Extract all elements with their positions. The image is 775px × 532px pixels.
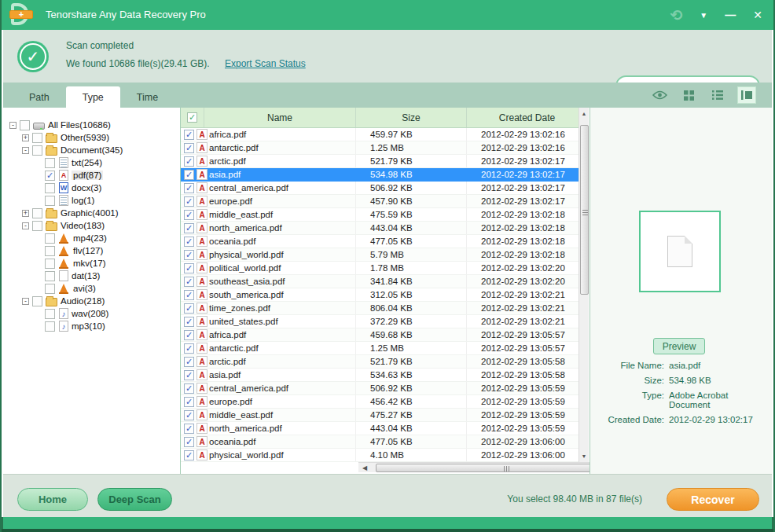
tree-item-label[interactable]: log(1) [72,196,94,205]
file-name[interactable]: southeast_asia.pdf [209,277,285,286]
file-name[interactable]: physical_world.pdf [209,450,284,460]
tree-item-all-files[interactable]: -All Files(10686) [3,119,180,131]
thumbnail-view-icon[interactable] [679,86,698,104]
file-name[interactable]: time_zones.pdf [209,303,270,313]
tree-item-dat[interactable]: dat(13) [3,270,180,282]
vertical-scroll-thumb[interactable] [580,125,589,295]
tree-item-label[interactable]: flv(127) [73,246,103,255]
home-button[interactable]: Home [17,488,88,511]
row-checkbox[interactable]: ✓ [184,277,194,287]
table-row[interactable]: ✓Aafrica.pdf459.97 KB2012-02-29 13:02:16 [181,128,578,141]
tree-item-label[interactable]: wav(208) [72,309,108,318]
file-name[interactable]: oceania.pdf [209,437,255,446]
tree-checkbox[interactable] [32,221,42,231]
table-row[interactable]: ✓Amiddle_east.pdf475.27 KB2012-02-29 13:… [181,409,578,422]
column-header-created-date[interactable]: Created Date [467,108,587,127]
tree-checkbox[interactable] [45,196,55,206]
tree-item-label[interactable]: avi(3) [73,284,96,293]
tree-item-label[interactable]: docx(3) [72,183,101,193]
tree-item-document[interactable]: -Document(345) [3,144,180,156]
tree-item-audio[interactable]: -Audio(218) [3,295,180,307]
tree-item-mp4[interactable]: mp4(23) [3,232,180,244]
table-row[interactable]: ✓Acentral_america.pdf506.92 KB2012-02-29… [181,382,578,395]
table-row[interactable]: ✓Aeurope.pdf456.42 KB2012-02-29 13:05:59 [181,395,578,409]
file-name[interactable]: central_america.pdf [209,183,288,193]
tree-checkbox[interactable] [45,233,55,244]
table-row[interactable]: ✓Atime_zones.pdf806.04 KB2012-02-29 13:0… [181,302,578,315]
row-checkbox[interactable]: ✓ [184,170,194,180]
tree-item-other[interactable]: +Other(5939) [3,131,180,144]
file-name[interactable]: europe.pdf [209,196,252,206]
row-checkbox[interactable]: ✓ [184,450,194,460]
file-name[interactable]: central_america.pdf [209,383,288,393]
preview-button[interactable]: Preview [653,338,705,354]
row-checkbox[interactable]: ✓ [184,290,194,300]
table-row[interactable]: ✓Aphysical_world.pdf5.79 MB2012-02-29 13… [181,248,578,262]
tree-checkbox[interactable] [45,271,55,281]
tree-checkbox[interactable] [45,259,55,269]
tree-checkbox[interactable] [32,133,42,143]
file-name[interactable]: united_states.pdf [209,317,278,326]
tree-item-label[interactable]: txt(254) [72,158,102,167]
table-row[interactable]: ✓Aantarctic.pdf1.25 MB2012-02-29 13:02:1… [181,141,578,155]
tree-item-label[interactable]: Other(5939) [61,133,109,142]
row-checkbox[interactable]: ✓ [184,343,194,354]
expand-icon[interactable]: + [22,134,29,141]
tree-checkbox[interactable] [20,120,30,130]
file-name[interactable]: antarctic.pdf [209,343,259,353]
expand-icon[interactable]: + [22,210,29,217]
tree-item-mp3[interactable]: ♪mp3(10) [3,320,180,332]
row-checkbox[interactable]: ✓ [184,196,194,207]
tree-item-label[interactable]: pdf(87) [72,171,103,180]
collapse-icon[interactable]: - [22,222,29,229]
table-row[interactable]: ✓Aoceania.pdf477.05 KB2012-02-29 13:02:1… [181,235,578,248]
list-view-icon[interactable] [708,86,727,104]
file-name[interactable]: asia.pdf [209,170,241,179]
tree-item-mkv[interactable]: mkv(17) [3,257,180,270]
table-row[interactable]: ✓Aasia.pdf534.63 KB2012-02-29 13:05:58 [181,369,578,382]
file-name[interactable]: africa.pdf [209,130,246,139]
table-row[interactable]: ✓Aphysical_world.pdf4.10 MB2012-02-29 13… [181,449,578,462]
tree-checkbox[interactable] [45,183,55,193]
tree-item-label[interactable]: mp4(23) [73,233,107,243]
row-checkbox[interactable]: ✓ [184,250,194,260]
table-row[interactable]: ✓Apolitical_world.pdf1.78 MB2012-02-29 1… [181,262,578,275]
row-checkbox[interactable]: ✓ [184,237,194,247]
row-checkbox[interactable]: ✓ [184,397,194,407]
row-checkbox[interactable]: ✓ [184,156,194,167]
row-checkbox[interactable]: ✓ [184,370,194,380]
tree-item-wav[interactable]: ♪wav(208) [3,307,180,320]
detail-view-icon[interactable] [737,86,756,104]
tree-checkbox[interactable] [45,321,55,332]
export-scan-status-link[interactable]: Export Scan Status [225,58,306,69]
file-name[interactable]: physical_world.pdf [209,250,284,259]
collapse-icon[interactable]: - [9,122,17,129]
file-name[interactable]: arctic.pdf [209,156,246,166]
file-name[interactable]: oceania.pdf [209,237,255,246]
row-checkbox[interactable]: ✓ [184,223,194,233]
scroll-left-arrow-icon[interactable]: ◀ [362,463,367,473]
row-checkbox[interactable]: ✓ [184,383,194,394]
tree-checkbox[interactable] [45,284,55,294]
tree-item-label[interactable]: All Files(10686) [48,120,111,130]
history-restore-icon[interactable]: ⟲ [670,6,682,24]
scroll-up-arrow-icon[interactable]: ▲ [579,111,589,116]
select-all-checkbox[interactable]: ✓ [187,112,197,123]
table-row[interactable]: ✓Aarctic.pdf521.79 KB2012-02-29 13:05:58 [181,355,578,369]
tree-item-label[interactable]: mkv(17) [73,259,106,268]
row-checkbox[interactable]: ✓ [184,317,194,327]
file-name[interactable]: political_world.pdf [209,263,281,273]
file-name[interactable]: asia.pdf [209,370,241,380]
file-name[interactable]: europe.pdf [209,397,252,406]
tree-item-log[interactable]: log(1) [3,194,180,207]
table-row[interactable]: ✓Aafrica.pdf459.68 KB2012-02-29 13:05:57 [181,328,578,342]
table-row[interactable]: ✓Aunited_states.pdf372.29 KB2012-02-29 1… [181,315,578,328]
menu-caret-icon[interactable]: ▼ [700,11,707,20]
tree-item-txt[interactable]: txt(254) [3,156,180,169]
file-name[interactable]: north_america.pdf [209,223,282,233]
row-checkbox[interactable]: ✓ [184,437,194,447]
tab-time[interactable]: Time [120,86,174,108]
tree-item-label[interactable]: Document(345) [61,145,123,155]
recover-button[interactable]: Recover [667,488,759,511]
row-checkbox[interactable]: ✓ [184,210,194,220]
